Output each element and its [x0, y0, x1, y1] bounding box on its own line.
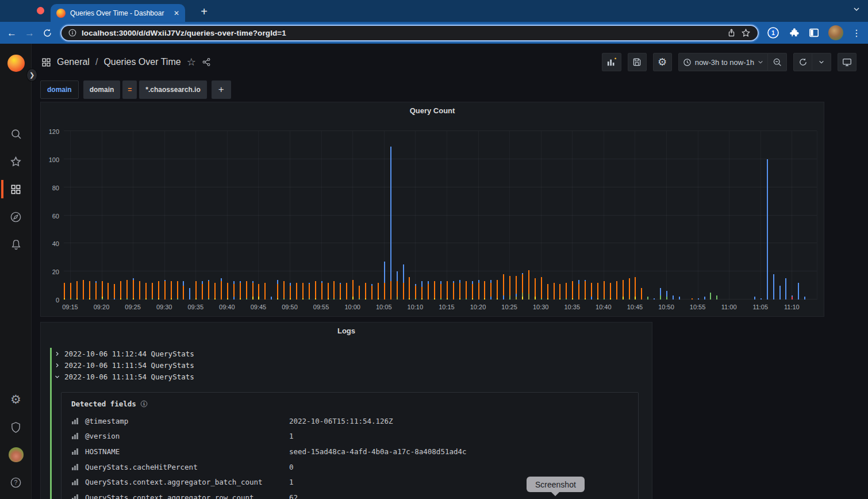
chart-bar [459, 280, 460, 300]
chart-bar [296, 283, 297, 300]
search-icon[interactable] [0, 124, 32, 144]
refresh-interval-caret[interactable] [812, 53, 831, 71]
close-window-button[interactable] [37, 7, 44, 14]
sidenav-expand-button[interactable]: ❯ [26, 68, 37, 82]
field-stats-bars-icon[interactable] [72, 464, 80, 470]
x-gridline [761, 131, 761, 300]
chevron-right-icon[interactable] [55, 363, 63, 368]
field-stats-bars-icon[interactable] [72, 433, 80, 439]
browser-menu-kebab-icon[interactable]: ⋮ [852, 28, 861, 39]
reload-button[interactable] [43, 28, 52, 38]
tab-search-chevron-icon[interactable] [853, 6, 860, 13]
x-axis-tick-label: 10:40 [596, 304, 612, 310]
y-axis-tick-label: 120 [42, 128, 59, 135]
x-gridline [729, 131, 729, 300]
x-axis-tick-label: 11:05 [752, 304, 768, 310]
zoom-out-time-button[interactable] [768, 53, 787, 71]
dashboard-settings-button[interactable]: ⚙ [653, 53, 672, 71]
share-page-icon[interactable] [727, 28, 736, 37]
chart-bar [554, 283, 555, 300]
x-gridline [604, 131, 604, 300]
configuration-gear-icon[interactable]: ⚙ [0, 390, 32, 409]
chart-bar [107, 283, 109, 300]
dashboards-icon[interactable] [0, 179, 32, 199]
help-icon[interactable]: ? [0, 473, 32, 492]
chart-bar [779, 286, 781, 300]
extensions-puzzle-icon[interactable] [788, 27, 800, 39]
add-panel-button[interactable] [602, 53, 621, 71]
field-stats-bars-icon[interactable] [72, 494, 80, 499]
chart-bar [547, 284, 548, 300]
breadcrumb-dashboard-title[interactable]: Queries Over Time [103, 57, 180, 67]
detected-field-row[interactable]: QueryStats.cacheHitPercent0 [62, 459, 638, 475]
query-count-panel[interactable]: Query Count 02040608010012009:1509:2009:… [40, 102, 824, 317]
adhoc-filter-key[interactable]: domain [83, 80, 121, 99]
log-row[interactable]: 2022-10-06 11:11:54 QueryStats [50, 371, 646, 382]
user-avatar[interactable] [0, 445, 32, 465]
chart-bar [328, 283, 329, 300]
time-range-label: now-3h to now-1h [695, 58, 754, 67]
browser-tab[interactable]: Queries Over Time - Dashboar ✕ [51, 4, 185, 22]
field-stats-bars-icon[interactable] [72, 479, 80, 485]
chart-bar [208, 280, 209, 300]
field-stats-bars-icon[interactable] [72, 418, 80, 424]
url-bar[interactable]: localhost:3000/d/dWxiiJ7Vz/queries-over-… [60, 25, 759, 41]
chart-bar [635, 277, 636, 300]
save-dashboard-button[interactable] [628, 53, 647, 71]
logs-panel[interactable]: Logs 2022-10-06 11:12:44 QueryStats2022-… [40, 322, 652, 499]
detected-field-row[interactable]: HOSTNAMEseed-15ad48ca-4afd-4b0a-a17c-8a4… [62, 444, 638, 459]
adhoc-filters: domaindomain=*.chaossearch.io+ [40, 80, 236, 99]
adhoc-filter-value[interactable]: *.chaossearch.io [139, 80, 206, 99]
forward-button[interactable]: → [25, 28, 34, 38]
log-row[interactable]: 2022-10-06 11:12:44 QueryStats [50, 348, 646, 359]
star-dashboard-icon[interactable]: ☆ [187, 56, 196, 68]
adhoc-filter-variable-label[interactable]: domain [40, 80, 79, 99]
chevron-down-icon[interactable] [55, 374, 63, 379]
svg-text:i: i [143, 401, 145, 406]
detected-field-row[interactable]: @version1 [62, 429, 638, 444]
url-text[interactable]: localhost:3000/d/dWxiiJ7Vz/queries-over-… [82, 29, 722, 37]
panel-title[interactable]: Logs [41, 327, 652, 335]
y-axis-tick-label: 20 [42, 268, 59, 275]
chart-bar [415, 284, 416, 300]
tab-close-icon[interactable]: ✕ [174, 9, 179, 17]
log-row[interactable]: 2022-10-06 11:11:54 QueryStats [50, 359, 646, 371]
x-gridline [415, 131, 416, 300]
explore-compass-icon[interactable] [0, 207, 32, 227]
breadcrumb-folder[interactable]: General [57, 57, 90, 67]
chart-bar [704, 297, 705, 300]
detected-field-row[interactable]: @timestamp2022-10-06T15:11:54.126Z [62, 413, 638, 429]
field-stats-bars-icon[interactable] [72, 448, 80, 455]
onepassword-extension-icon[interactable]: 1 [767, 26, 779, 39]
chart-bar [309, 283, 310, 300]
side-panel-icon[interactable] [808, 27, 820, 39]
query-count-chart: 02040608010012009:1509:2009:2509:3009:35… [64, 131, 817, 300]
server-admin-shield-icon[interactable] [0, 417, 32, 437]
chart-bar [673, 295, 674, 300]
x-axis-tick-label: 09:35 [187, 304, 203, 310]
alerting-bell-icon[interactable] [0, 235, 32, 254]
chart-bar [604, 281, 605, 300]
bookmark-star-icon[interactable] [741, 28, 751, 38]
starred-dashboards-icon[interactable] [0, 152, 32, 171]
x-axis-tick-label: 09:25 [125, 304, 141, 310]
page-info-icon[interactable] [68, 29, 76, 37]
screenshot-tooltip: Screenshot [527, 477, 585, 492]
chevron-right-icon[interactable] [55, 351, 63, 356]
kiosk-mode-button[interactable] [838, 53, 857, 71]
share-dashboard-icon[interactable] [202, 57, 211, 67]
adhoc-filter-add[interactable]: + [212, 80, 231, 99]
panel-title[interactable]: Query Count [41, 106, 824, 115]
refresh-dashboard-button[interactable] [793, 53, 812, 71]
x-gridline [102, 131, 102, 300]
chart-bar [340, 283, 341, 300]
new-tab-button[interactable]: + [195, 3, 213, 20]
apps-grid-icon [41, 57, 51, 67]
adhoc-filter-operator[interactable]: = [122, 80, 137, 99]
info-circle-icon: i [140, 400, 148, 408]
chart-bar [409, 277, 410, 300]
grafana-logo[interactable] [0, 53, 32, 73]
back-button[interactable]: ← [7, 28, 17, 38]
time-range-picker[interactable]: now-3h to now-1h [678, 53, 768, 71]
browser-profile-avatar[interactable] [828, 25, 843, 40]
